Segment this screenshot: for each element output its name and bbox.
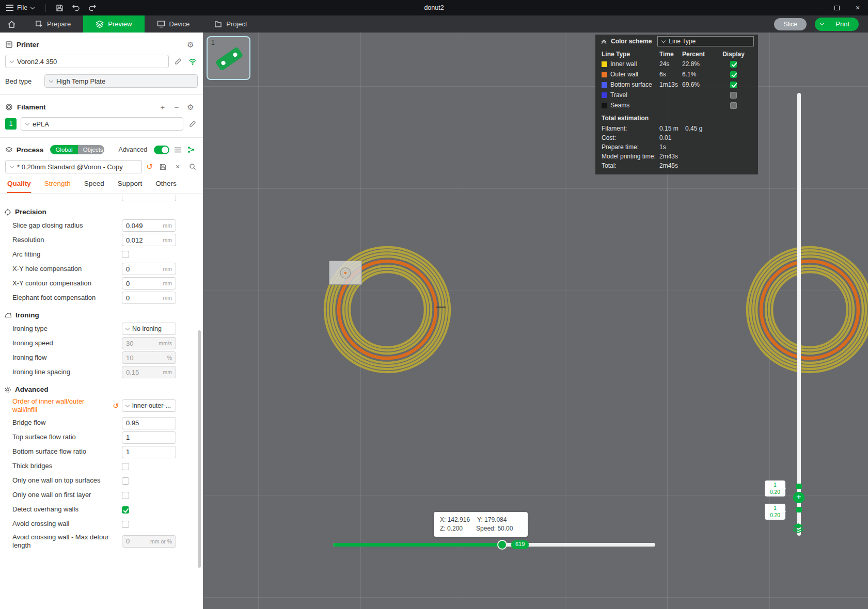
preset-reset-button[interactable]: ↺	[146, 162, 153, 171]
display-checkbox[interactable]	[730, 61, 737, 68]
setting-select[interactable]: No ironing	[122, 323, 176, 335]
scope-global-button[interactable]: Global	[50, 145, 77, 154]
setting-input[interactable]: 0mm	[122, 277, 176, 290]
display-checkbox[interactable]	[730, 92, 737, 99]
printer-connection-button[interactable]	[187, 56, 198, 67]
tab-quality[interactable]: Quality	[7, 180, 31, 193]
plate-thumbnail[interactable]: 1	[207, 36, 250, 80]
layer-slider-handle-top[interactable]	[796, 484, 802, 489]
remove-filament-button[interactable]: −	[171, 102, 182, 112]
window-title: donut2	[0, 4, 868, 11]
layer-slider[interactable]	[797, 93, 801, 536]
scope-objects-button[interactable]: Objects	[78, 145, 104, 154]
color-scheme-select[interactable]: Line Type	[657, 36, 754, 46]
tab-others[interactable]: Others	[155, 180, 177, 193]
tab-support[interactable]: Support	[118, 180, 142, 193]
layer-badge-bottom[interactable]: 1 0.20	[765, 504, 785, 520]
setting-input[interactable]: 0mm	[122, 263, 176, 275]
preset-save-button[interactable]	[157, 162, 168, 172]
col-line-type: Line Type	[602, 51, 659, 58]
setting-input[interactable]: 0.049mm	[122, 219, 176, 232]
file-menu-label: File	[17, 4, 27, 11]
printer-settings-button[interactable]: ⚙	[185, 39, 196, 50]
preset-search-button[interactable]	[187, 162, 198, 172]
layer-slider-handle-bottom[interactable]	[796, 507, 802, 512]
setting-input[interactable]: 0mm or %	[122, 535, 176, 548]
advanced-mode-toggle[interactable]	[154, 146, 169, 154]
save-button[interactable]	[51, 0, 68, 15]
gcode-viewport[interactable]: 1 Color scheme Line Type Line Type Time …	[203, 33, 868, 609]
add-filament-button[interactable]: +	[157, 102, 168, 112]
print-button-label: Print	[829, 20, 859, 28]
setting-input[interactable]: 10%	[122, 351, 176, 364]
setting-row: Bottom surface flow ratio 1	[0, 445, 203, 459]
setting-select[interactable]: inner-outer-...	[122, 399, 176, 412]
compare-presets-button[interactable]	[186, 145, 196, 155]
home-button[interactable]	[0, 15, 23, 33]
setting-input[interactable]: 0.95	[122, 417, 176, 429]
setting-checkbox[interactable]	[122, 477, 129, 485]
add-color-change-button[interactable]: +	[793, 492, 804, 503]
setting-input[interactable]: 1	[122, 431, 176, 444]
bed-type-select[interactable]: High Temp Plate	[44, 74, 198, 88]
setting-input[interactable]: 0.15mm	[122, 366, 176, 378]
setting-checkbox[interactable]	[122, 521, 129, 528]
setting-input[interactable]: 1	[122, 446, 176, 458]
printer-edit-button[interactable]	[173, 56, 183, 67]
print-button[interactable]: Print	[815, 18, 859, 31]
target-icon	[339, 266, 352, 280]
print-dropdown-button[interactable]	[815, 18, 829, 31]
filament-edit-button[interactable]	[187, 119, 198, 129]
tab-preview[interactable]: Preview	[83, 15, 144, 33]
close-button[interactable]: ×	[847, 0, 868, 15]
move-slider-handle[interactable]	[497, 540, 507, 550]
printer-select[interactable]: Voron2.4 350	[5, 55, 169, 68]
process-preset-select[interactable]: * 0.20mm Standard @Voron - Copy	[5, 160, 142, 173]
filament-settings-button[interactable]: ⚙	[185, 102, 196, 112]
maximize-button[interactable]	[827, 0, 847, 15]
nodes-icon	[187, 146, 195, 153]
undo-button[interactable]	[68, 0, 84, 15]
tab-project[interactable]: Project	[202, 15, 259, 33]
bed-type-value: High Temp Plate	[56, 77, 105, 85]
tab-prepare[interactable]: Prepare	[23, 15, 83, 33]
file-menu-button[interactable]: File	[0, 0, 40, 15]
setting-input[interactable]: 0.012mm	[122, 234, 176, 246]
advanced-section-title: Advanced	[15, 386, 49, 393]
setting-row: Only one wall on first layer	[0, 488, 203, 503]
display-checkbox[interactable]	[730, 82, 737, 88]
setting-input[interactable]: 30mm/s	[122, 337, 176, 349]
setting-checkbox[interactable]	[122, 251, 129, 258]
outer-wall-swatch	[602, 72, 607, 77]
setting-row-partial	[0, 195, 203, 202]
redo-button[interactable]	[84, 0, 101, 15]
setting-checkbox[interactable]	[122, 463, 129, 470]
setting-input[interactable]: 0mm	[122, 292, 176, 304]
collapse-icon[interactable]	[601, 38, 607, 44]
setting-input[interactable]	[122, 195, 176, 201]
move-slider[interactable]: 619	[333, 543, 655, 547]
reset-setting-button[interactable]: ↺	[113, 402, 119, 410]
bed-type-label: Bed type	[5, 77, 40, 85]
tab-device[interactable]: Device	[145, 15, 202, 33]
preset-delete-button[interactable]: ×	[172, 162, 183, 172]
setting-checkbox[interactable]	[122, 492, 129, 499]
list-icon	[174, 147, 181, 153]
filament-select[interactable]: ePLA	[21, 117, 183, 131]
layer-badge-top[interactable]: 1 0.20	[765, 480, 785, 496]
line-type-row: Outer wall 6s 6.1%	[595, 69, 758, 79]
window-controls: ×	[806, 0, 868, 15]
tab-preview-label: Preview	[108, 20, 132, 28]
slice-button[interactable]: Slice	[774, 18, 807, 30]
tab-speed[interactable]: Speed	[84, 180, 104, 193]
parameter-table-button[interactable]	[173, 145, 183, 155]
display-checkbox[interactable]	[730, 71, 737, 78]
sidebar-scrollbar[interactable]	[198, 330, 201, 568]
setting-checkbox[interactable]	[122, 506, 129, 514]
display-checkbox[interactable]	[730, 102, 737, 109]
setting-row: Avoid crossing wall	[0, 517, 203, 532]
layers-mode-button[interactable]	[792, 522, 804, 534]
ironing-section-title: Ironing	[15, 311, 39, 319]
minimize-button[interactable]	[806, 0, 827, 15]
tab-strength[interactable]: Strength	[44, 180, 71, 193]
